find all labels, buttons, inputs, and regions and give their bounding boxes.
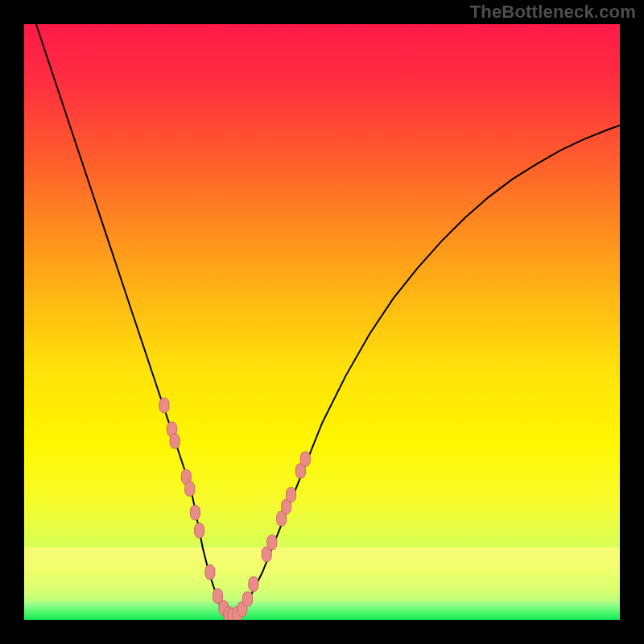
bottleneck-curve: [36, 24, 620, 617]
data-marker: [205, 565, 215, 580]
data-marker: [185, 481, 195, 496]
data-marker: [300, 452, 310, 466]
data-marker: [249, 577, 258, 592]
curve-layer: [24, 24, 620, 620]
watermark-text: TheBottleneck.com: [470, 2, 636, 23]
data-marker: [287, 488, 296, 502]
marker-group: [159, 398, 310, 620]
data-marker: [190, 506, 200, 520]
plot-area: [24, 24, 620, 620]
data-marker: [243, 592, 253, 606]
data-marker: [267, 535, 277, 550]
chart-frame: TheBottleneck.com: [0, 0, 644, 644]
data-marker: [159, 398, 169, 413]
data-marker: [195, 523, 204, 538]
data-marker: [170, 434, 180, 448]
